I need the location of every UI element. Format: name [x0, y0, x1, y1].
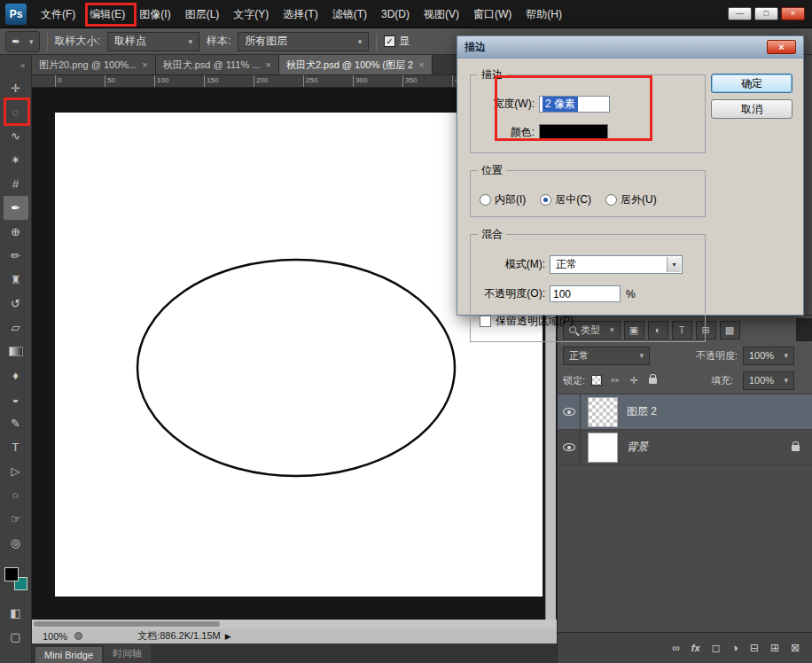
visibility-toggle[interactable] — [558, 430, 581, 464]
adjustment-layer-button[interactable]: ◑ — [732, 642, 738, 654]
menu-type[interactable]: 文字(Y) — [226, 0, 276, 27]
lasso-tool[interactable]: ∿ — [4, 124, 28, 148]
eyedropper-icon: ✒ — [12, 35, 20, 48]
dialog-opacity-input[interactable]: 100 — [550, 285, 621, 302]
quick-mask-button[interactable]: ◧ — [4, 601, 28, 625]
bottom-panel-tabs: Mini Bridge 时间轴 — [32, 644, 557, 663]
layer-thumbnail[interactable] — [588, 397, 618, 427]
doc-tab-2[interactable]: 秋田犬.psd @ 111% ... × — [156, 55, 279, 74]
ruler-tick: 50 — [105, 75, 154, 87]
cancel-button[interactable]: 取消 — [711, 99, 792, 119]
chevron-down-icon: ▾ — [784, 351, 788, 360]
link-layers-button[interactable]: ∞ — [672, 642, 680, 654]
zoom-level-field[interactable]: 100% — [43, 631, 67, 642]
opacity-dropdown[interactable]: 100% ▾ — [743, 347, 794, 365]
status-options-arrow-icon[interactable]: ▶ — [225, 632, 231, 641]
lock-all-button[interactable] — [645, 378, 660, 384]
preserve-transparency-checkbox[interactable] — [480, 316, 491, 327]
chevron-down-icon: ▾ — [188, 37, 192, 46]
locked-badge — [792, 441, 800, 454]
lock-options-row: 锁定: ✏ ✛ 填充: 100% ▾ — [558, 370, 812, 391]
delete-layer-button[interactable]: ⊠ — [791, 642, 800, 654]
menu-image[interactable]: 图像(I) — [132, 0, 177, 27]
layer-row-background[interactable]: 背景 — [558, 430, 812, 465]
tab-timeline[interactable]: 时间轴 — [104, 644, 151, 663]
menu-filter[interactable]: 滤镜(T) — [325, 0, 374, 27]
chevron-down-icon: ▾ — [29, 37, 34, 46]
fill-dropdown[interactable]: 100% ▾ — [743, 371, 794, 390]
dialog-close-button[interactable]: × — [767, 40, 796, 54]
layer-style-button[interactable]: fx — [691, 643, 700, 653]
healing-brush-tool[interactable]: ⊕ — [4, 220, 28, 244]
position-radios: 内部(I) 居中(C) 居外(U) — [480, 192, 705, 207]
sample-layers-dropdown[interactable]: 所有图层 ▾ — [238, 32, 369, 51]
hand-tool[interactable]: ☞ — [4, 507, 28, 531]
menu-window[interactable]: 窗口(W) — [466, 0, 519, 27]
stroke-color-swatch[interactable] — [539, 124, 608, 141]
radio-outside[interactable]: 居外(U) — [605, 192, 657, 207]
menu-bar: 文件(F) 编辑(E) 图像(I) 图层(L) 文字(Y) 选择(T) 滤镜(T… — [34, 0, 569, 27]
blend-mode-dropdown[interactable]: 正常 ▾ — [563, 347, 650, 365]
chevron-down-icon: ▾ — [784, 376, 788, 385]
history-brush-tool[interactable]: ↺ — [4, 292, 28, 316]
lock-paint-button[interactable]: ✏ — [608, 375, 622, 386]
blur-tool[interactable]: ♦ — [4, 363, 28, 387]
doc-tab-1[interactable]: 图片20.png @ 100%... × — [32, 55, 156, 74]
foreground-color-swatch[interactable] — [4, 567, 19, 581]
close-icon[interactable]: × — [418, 59, 424, 70]
shape-tool[interactable]: ○ — [4, 483, 28, 507]
horizontal-scrollbar-thumb[interactable] — [34, 621, 220, 627]
show-checkbox[interactable]: ✓ 显 — [384, 34, 410, 49]
move-tool[interactable]: ✛ — [4, 76, 28, 100]
magic-wand-tool[interactable]: ✶ — [4, 148, 28, 172]
elliptical-marquee-tool[interactable]: ◌ — [4, 100, 28, 124]
active-tool-preset[interactable]: ✒ ▾ — [5, 31, 40, 52]
menu-3d[interactable]: 3D(D) — [374, 0, 417, 27]
clone-stamp-tool[interactable]: ♜ — [4, 268, 28, 292]
close-icon[interactable]: × — [142, 59, 147, 70]
tab-mini-bridge[interactable]: Mini Bridge — [35, 647, 102, 663]
radio-center[interactable]: 居中(C) — [540, 192, 591, 207]
menu-edit[interactable]: 编辑(E) — [82, 0, 132, 27]
doc-tab-title: 秋田犬2.psd @ 100% (图层 2 — [286, 58, 413, 72]
gradient-tool[interactable] — [4, 339, 28, 363]
eyedropper-tool[interactable]: ✒ — [4, 196, 28, 220]
pen-tool[interactable]: ✎ — [4, 411, 28, 435]
horizontal-scrollbar[interactable] — [32, 620, 557, 628]
layer-thumbnail[interactable] — [588, 433, 618, 463]
crop-tool[interactable]: # — [4, 172, 28, 196]
ok-button[interactable]: 确定 — [711, 74, 792, 93]
brush-tool[interactable]: ✏ — [4, 244, 28, 268]
menu-view[interactable]: 视图(V) — [417, 0, 466, 27]
menu-file[interactable]: 文件(F) — [34, 0, 82, 27]
type-tool[interactable]: T — [4, 435, 28, 459]
doc-tab-3[interactable]: 秋田犬2.psd @ 100% (图层 2 × — [279, 55, 433, 74]
close-button[interactable]: × — [781, 7, 805, 20]
mode-select[interactable]: 正常 ▾ — [550, 255, 683, 274]
collapse-panel-icon[interactable]: » — [20, 55, 31, 76]
lock-transparency-button[interactable] — [589, 375, 604, 386]
add-mask-button[interactable]: ◻ — [712, 642, 721, 654]
new-layer-button[interactable]: ⊞ — [770, 642, 779, 654]
zoom-tool[interactable]: ◎ — [4, 531, 28, 555]
lock-position-button[interactable]: ✛ — [627, 375, 641, 386]
color-swatches[interactable] — [4, 567, 27, 590]
dodge-tool[interactable]: ◒ — [4, 387, 28, 411]
radio-inside[interactable]: 内部(I) — [480, 192, 526, 207]
screen-mode-button[interactable]: ▢ — [4, 625, 28, 649]
path-selection-tool[interactable]: ▷ — [4, 459, 28, 483]
menu-help[interactable]: 帮助(H) — [519, 0, 569, 27]
eraser-tool[interactable]: ▱ — [4, 316, 28, 339]
new-group-button[interactable]: ⊟ — [750, 642, 759, 654]
close-icon[interactable]: × — [265, 59, 270, 70]
layer-row-layer2[interactable]: 图层 2 — [558, 394, 812, 430]
maximize-button[interactable]: □ — [754, 7, 778, 20]
visibility-toggle[interactable] — [558, 394, 581, 429]
menu-select[interactable]: 选择(T) — [276, 0, 324, 27]
ruler-tick: 300 — [353, 75, 402, 87]
menu-layer[interactable]: 图层(L) — [178, 0, 227, 27]
width-input[interactable]: 2 像素 — [539, 96, 610, 113]
dialog-titlebar[interactable]: 描边 × — [457, 36, 803, 58]
minimize-button[interactable]: — — [728, 7, 752, 20]
sample-size-dropdown[interactable]: 取样点 ▾ — [107, 32, 199, 51]
